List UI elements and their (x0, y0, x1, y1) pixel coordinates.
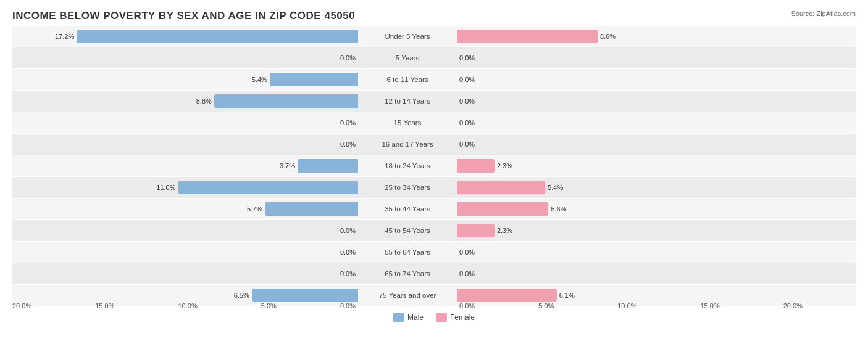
bar-male (252, 289, 358, 302)
center-label: 18 to 24 Years (358, 162, 457, 170)
value-male: 0.0% (340, 141, 356, 148)
bar-male (298, 159, 358, 173)
value-female: 0.0% (459, 141, 475, 148)
right-section: 0.0% (457, 69, 803, 90)
value-male: 5.4% (252, 76, 267, 83)
value-male: 0.0% (340, 54, 356, 62)
center-label: Under 5 Years (358, 33, 457, 40)
chart-row: 0.0%15 Years0.0% (12, 112, 856, 133)
axis-label-left: 10.0% (178, 302, 198, 309)
bar-female (457, 181, 545, 194)
value-female: 0.0% (459, 119, 475, 126)
male-legend-box (393, 313, 404, 322)
value-female: 5.6% (551, 205, 566, 213)
value-female: 0.0% (459, 97, 475, 105)
axis-label-left: 15.0% (95, 302, 114, 309)
value-male: 0.0% (340, 248, 356, 256)
bar-female (457, 224, 495, 237)
right-section: 5.4% (457, 177, 803, 198)
right-section: 2.3% (457, 155, 803, 176)
left-section: 0.0% (12, 47, 358, 68)
bar-male (178, 181, 359, 194)
value-male: 0.0% (340, 227, 356, 234)
chart-row: 0.0%65 to 74 Years0.0% (12, 263, 856, 284)
value-female: 0.0% (459, 248, 475, 256)
axis-left: 20.0%15.0%10.0%5.0%0.0% (12, 302, 358, 309)
bar-female (457, 159, 495, 173)
axis-label-right: 5.0% (538, 302, 554, 309)
chart-row: 17.2%Under 5 Years8.6% (12, 26, 856, 47)
bar-female (457, 289, 557, 302)
axis-label-right: 10.0% (617, 302, 636, 309)
chart-row: 0.0%45 to 54 Years2.3% (12, 220, 856, 241)
legend-male: Male (393, 313, 424, 322)
left-section: 0.0% (12, 242, 358, 263)
male-legend-label: Male (407, 313, 424, 322)
chart-row: 0.0%16 and 17 Years0.0% (12, 134, 856, 155)
value-male: 0.0% (340, 270, 356, 277)
chart-row: 11.0%25 to 34 Years5.4% (12, 177, 856, 198)
left-section: 0.0% (12, 112, 358, 133)
chart-title: INCOME BELOW POVERTY BY SEX AND AGE IN Z… (12, 10, 856, 22)
center-label: 16 and 17 Years (358, 141, 457, 148)
right-section: 0.0% (457, 134, 803, 155)
center-label: 55 to 64 Years (358, 248, 457, 256)
left-section: 11.0% (12, 177, 358, 198)
center-label: 65 to 74 Years (358, 270, 457, 277)
value-female: 6.1% (559, 292, 575, 299)
axis-right: 0.0%5.0%10.0%15.0%20.0% (457, 302, 803, 309)
chart-row: 0.0%5 Years0.0% (12, 47, 856, 68)
value-female: 5.4% (548, 184, 563, 191)
value-male: 0.0% (340, 119, 356, 126)
legend-female: Female (436, 313, 475, 322)
right-section: 5.6% (457, 199, 803, 219)
axis-label-right: 20.0% (783, 302, 803, 309)
center-label: 15 Years (358, 119, 457, 126)
source-label: Source: ZipAtlas.com (791, 10, 856, 17)
axis-label-left: 5.0% (261, 302, 277, 309)
chart-row: 5.7%35 to 44 Years5.6% (12, 199, 856, 219)
right-section: 0.0% (457, 263, 803, 284)
center-label: 45 to 54 Years (358, 227, 457, 234)
value-male: 8.8% (196, 97, 212, 105)
axis-label-right: 0.0% (459, 302, 475, 309)
value-male: 5.7% (247, 205, 262, 213)
left-section: 5.4% (12, 69, 358, 90)
left-section: 3.7% (12, 155, 358, 176)
left-section: 5.7% (12, 199, 358, 219)
chart-row: 8.8%12 to 14 Years0.0% (12, 91, 856, 112)
right-section: 0.0% (457, 112, 803, 133)
bar-female (457, 30, 598, 43)
bar-male (265, 202, 358, 216)
value-female: 8.6% (600, 33, 616, 40)
left-section: 0.0% (12, 220, 358, 241)
bar-female (457, 202, 548, 216)
right-section: 8.6% (457, 26, 803, 47)
legend: Male Female (12, 313, 856, 322)
female-legend-box (436, 313, 447, 322)
right-section: 0.0% (457, 91, 803, 112)
female-legend-label: Female (450, 313, 475, 322)
value-male: 11.0% (156, 184, 175, 191)
center-label: 6 to 11 Years (358, 76, 457, 83)
left-section: 17.2% (12, 26, 358, 47)
bar-male (214, 94, 358, 108)
left-section: 0.0% (12, 134, 358, 155)
center-label: 12 to 14 Years (358, 97, 457, 105)
value-female: 0.0% (459, 76, 475, 83)
chart-container: INCOME BELOW POVERTY BY SEX AND AGE IN Z… (0, 0, 868, 344)
axis-label-left: 20.0% (12, 302, 31, 309)
value-female: 0.0% (459, 54, 475, 62)
center-label: 35 to 44 Years (358, 205, 457, 213)
value-female: 0.0% (459, 270, 475, 277)
right-section: 0.0% (457, 242, 803, 263)
value-female: 2.3% (497, 162, 512, 170)
axis-row: 20.0%15.0%10.0%5.0%0.0% 0.0%5.0%10.0%15.… (12, 302, 856, 309)
bar-male (77, 30, 358, 43)
value-male: 17.2% (55, 33, 74, 40)
axis-label-right: 15.0% (701, 302, 720, 309)
axis-label-left: 0.0% (340, 302, 356, 309)
right-section: 2.3% (457, 220, 803, 241)
chart-row: 0.0%55 to 64 Years0.0% (12, 242, 856, 263)
value-male: 6.5% (234, 292, 249, 299)
